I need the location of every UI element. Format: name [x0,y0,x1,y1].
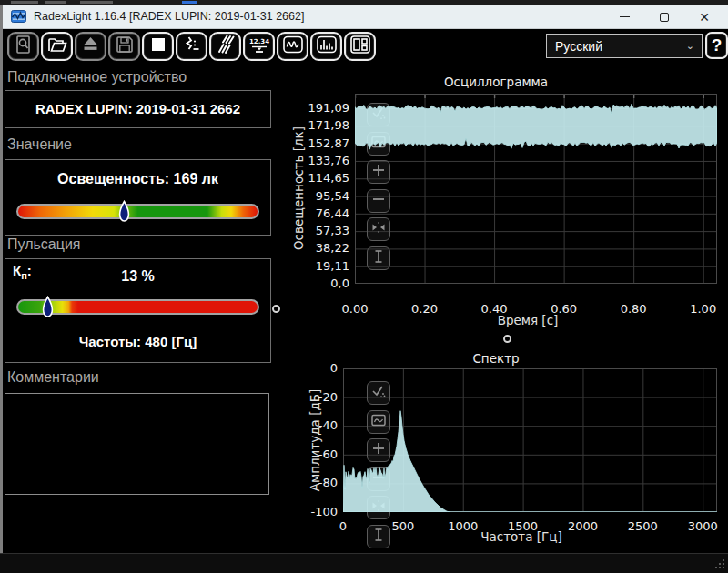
oscillogram-fit-button[interactable] [367,217,390,241]
zoom-out-icon [370,469,387,489]
eject-device-button[interactable] [75,32,106,61]
waveform-icon [282,35,304,58]
x-tick-label: 0.60 [539,302,590,316]
y-tick-label: -100 [285,505,338,518]
frequency-value: Частоты: 480 [Гц] [5,334,270,349]
oscillogram-edit-button[interactable] [367,103,390,126]
x-tick-label: 1.00 [678,302,728,316]
pulsation-box: Кп: 13 % Частоты: 480 [Гц] [5,258,271,363]
app-logo-icon [11,10,26,23]
background-window-fragment [80,1,113,4]
resize-grip[interactable] [714,558,725,569]
oscillogram-view-button[interactable] [277,32,308,61]
spectrum-fit-button[interactable] [367,496,390,519]
bars-icon [316,35,338,58]
y-tick-label: 76,44 [297,206,349,220]
spectrum-zoom-in-button[interactable] [367,438,390,462]
background-window-edge [0,5,3,553]
help-button[interactable]: ? [705,32,728,59]
y-tick-label: -60 [285,447,338,461]
y-tick-label: 152,87 [297,136,349,150]
kp-value: 13 % [5,268,270,285]
y-tick-label: 95,54 [297,189,349,203]
light-rays-mode-button[interactable] [209,32,241,61]
language-select[interactable]: Русский ⌄ [546,34,703,58]
maximize-button[interactable] [644,5,684,29]
spectrum-view-button[interactable] [310,32,342,61]
svg-text:12.34: 12.34 [248,38,268,45]
horizontal-splitter-handle[interactable] [503,335,511,343]
x-tick-label: 1000 [438,519,489,533]
illuminance-value: Освещенность: 169 лк [5,171,270,187]
fit-icon [370,498,387,518]
maximize-icon [660,13,669,22]
x-tick-label: 0.20 [399,302,450,316]
preview-report-button[interactable] [7,32,39,61]
illuminance-marker-icon [117,200,131,224]
oscillogram-cursor-button[interactable] [367,246,390,270]
image-icon [370,412,387,432]
x-tick-label: 2500 [617,519,668,533]
titlebar[interactable]: RadexLight 1.16.4 [RADEX LUPIN: 2019-01-… [3,5,728,29]
close-button[interactable]: ✕ [684,5,724,29]
vertical-splitter-handle[interactable] [272,305,280,313]
x-tick-label: 500 [378,519,429,533]
y-tick-label: 38,22 [297,241,349,255]
illuminance-scale-bar [16,204,259,219]
image-icon [370,134,387,154]
cursor-icon [370,248,387,268]
value-box: Освещенность: 169 лк [5,159,271,236]
window-title: RadexLight 1.16.4 [RADEX LUPIN: 2019-01-… [34,10,304,23]
stop-icon [147,35,169,58]
comments-section-header: Комментарии [7,369,99,386]
y-tick-label: 114,65 [297,171,349,185]
spectrum-series [343,368,717,512]
numeric-view-button[interactable]: 12.34 [243,32,275,61]
edit-icon [370,105,387,125]
toolbar: 12.34 Русский ⌄ ? [3,29,728,64]
oscillogram-zoom-out-button[interactable] [367,189,390,213]
y-tick-label: 57,33 [297,224,349,237]
zoom-in-icon [370,440,387,460]
y-tick-label: 19,11 [297,259,349,273]
zoom-out-icon [370,191,387,211]
open-file-button[interactable] [41,32,73,61]
waveform-marker-icon [181,35,203,58]
minimize-button[interactable] [604,5,644,29]
oscillogram-image-button[interactable] [367,132,390,156]
save-button[interactable] [108,32,140,61]
pulsation-section-header: Пульсация [7,236,80,253]
x-tick-label: 3000 [677,519,728,533]
spectrum-edit-button[interactable] [367,381,390,405]
x-tick-label: 0.80 [608,302,659,316]
background-window-fragment [46,1,66,4]
edit-icon [370,383,387,403]
y-tick-label: 171,98 [297,118,349,132]
rays-icon [215,35,237,58]
y-tick-label: 0 [285,361,338,375]
layout-view-button[interactable] [344,32,376,61]
open-folder-icon [46,35,68,58]
pulsation-marker-icon [41,296,55,319]
stop-measurement-button[interactable] [142,32,174,61]
y-tick-label: 191,09 [297,101,349,115]
language-select-value: Русский [555,39,686,54]
oscillogram-plot-area[interactable] [355,94,717,284]
device-name: RADEX LUPIN: 2019-01-31 2662 [5,91,270,127]
eject-icon [80,35,102,58]
device-box: RADEX LUPIN: 2019-01-31 2662 [5,90,271,128]
y-tick-label: -40 [285,418,338,432]
oscillogram-title: Осциллограмма [268,75,723,89]
measurement-mode-button[interactable] [176,32,207,61]
y-tick-label: 133,76 [297,154,349,167]
y-tick-label: -20 [285,390,338,404]
x-tick-label: 0.40 [469,302,520,316]
oscillogram-zoom-in-button[interactable] [367,160,390,184]
oscillogram-series [355,94,717,284]
magnifier-doc-icon [13,35,35,58]
spectrum-plot-area[interactable] [343,368,717,512]
spectrum-zoom-out-button[interactable] [367,467,390,491]
comments-input[interactable] [5,393,269,495]
spectrum-image-button[interactable] [367,410,390,434]
fit-icon [370,219,387,239]
